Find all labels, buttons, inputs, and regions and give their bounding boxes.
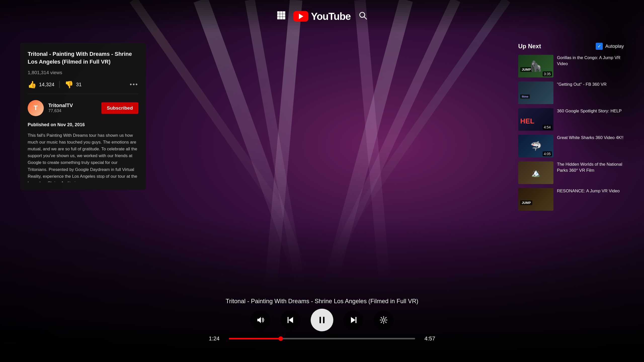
thumb-image: 🦍 bbox=[530, 60, 542, 72]
channel-row: T TritonalTV 77,634 Subscribed bbox=[28, 100, 138, 116]
thumbs-up-icon: 👍 bbox=[28, 80, 36, 89]
progress-row: 1:24 4:57 bbox=[209, 335, 435, 342]
youtube-text: YouTube bbox=[311, 11, 351, 22]
svg-marker-16 bbox=[351, 317, 355, 323]
video-item-title: Great White Sharks 360 Video 4K!! bbox=[557, 135, 624, 141]
up-next-title: Up Next bbox=[518, 43, 541, 50]
svg-rect-14 bbox=[319, 317, 321, 323]
progress-thumb bbox=[278, 336, 283, 341]
video-item-title: The Hidden Worlds of the National Parks … bbox=[557, 161, 624, 173]
svg-rect-5 bbox=[283, 14, 285, 17]
list-item[interactable]: HEL 4:54 360 Google Spotlight Story: HEL… bbox=[518, 108, 624, 131]
thumb-image: 🏔️ bbox=[531, 168, 541, 177]
subscribe-button[interactable]: Subscribed bbox=[101, 102, 138, 114]
svg-marker-12 bbox=[289, 317, 293, 323]
svg-rect-17 bbox=[355, 317, 356, 323]
video-item-title: Gorillas in the Congo: A Jump VR Video bbox=[557, 55, 624, 67]
video-thumbnail: JUMP 🦍 3:35 bbox=[518, 55, 553, 77]
video-thumbnail: fitme bbox=[518, 81, 553, 104]
video-thumbnail: 🏔️ bbox=[518, 161, 553, 184]
up-next-header: Up Next ✓ Autoplay bbox=[518, 43, 624, 50]
dislike-count: 31 bbox=[76, 82, 82, 87]
divider bbox=[59, 81, 60, 88]
video-thumbnail: JUMP bbox=[518, 188, 553, 211]
thumb-duration: 4:05 bbox=[543, 151, 552, 156]
grid-menu-icon[interactable] bbox=[277, 11, 286, 22]
svg-rect-6 bbox=[277, 17, 280, 19]
svg-rect-2 bbox=[283, 11, 285, 14]
autoplay-label: Autoplay bbox=[605, 43, 624, 49]
up-next-panel: Up Next ✓ Autoplay JUMP 🦍 3:35 Gorillas … bbox=[518, 43, 624, 215]
svg-rect-15 bbox=[323, 317, 325, 323]
youtube-icon bbox=[293, 11, 308, 22]
video-title-bottom: Tritonal - Painting With Dreams - Shrine… bbox=[226, 298, 418, 305]
thumb-image: 🦈 bbox=[530, 141, 542, 151]
thumb-duration: 4:54 bbox=[543, 125, 552, 130]
more-options-icon[interactable]: ••• bbox=[130, 81, 138, 88]
svg-rect-7 bbox=[280, 17, 283, 19]
autoplay-row: ✓ Autoplay bbox=[596, 43, 624, 50]
play-triangle bbox=[299, 14, 303, 19]
video-thumbnail: 🦈 4:05 bbox=[518, 135, 553, 157]
dislike-button[interactable]: 👎 31 bbox=[65, 80, 82, 89]
svg-rect-0 bbox=[277, 11, 280, 14]
video-item-info: 360 Google Spotlight Story: HELP bbox=[557, 108, 624, 131]
thumbs-down-icon: 👎 bbox=[65, 80, 73, 89]
video-item-info: Great White Sharks 360 Video 4K!! bbox=[557, 135, 624, 157]
svg-rect-13 bbox=[288, 317, 289, 323]
thumb-image: HEL bbox=[520, 117, 534, 125]
video-thumbnail: HEL 4:54 bbox=[518, 108, 553, 131]
prev-button[interactable] bbox=[280, 310, 301, 330]
channel-info: TritonalTV 77,634 bbox=[48, 103, 97, 113]
time-current: 1:24 bbox=[209, 335, 224, 342]
settings-button[interactable] bbox=[374, 310, 394, 330]
view-count: 1,801,314 views bbox=[28, 70, 138, 75]
video-item-title: 360 Google Spotlight Story: HELP bbox=[557, 108, 624, 114]
svg-rect-3 bbox=[277, 14, 280, 17]
svg-point-18 bbox=[382, 319, 385, 321]
video-item-info: Gorillas in the Congo: A Jump VR Video bbox=[557, 55, 624, 77]
pause-button[interactable] bbox=[311, 309, 333, 331]
next-button[interactable] bbox=[343, 310, 364, 330]
video-item-title: RESONANCE: A Jump VR Video bbox=[557, 188, 624, 194]
progress-fill bbox=[229, 338, 281, 339]
channel-subscribers: 77,634 bbox=[48, 108, 97, 113]
svg-marker-11 bbox=[257, 317, 261, 323]
like-bar: 👍 14,324 👎 31 ••• bbox=[28, 80, 138, 94]
info-panel: Tritonal - Painting With Dreams - Shrine… bbox=[20, 43, 146, 190]
controls-row bbox=[250, 309, 394, 331]
video-item-title: "Getting Out" - FB 360 VR bbox=[557, 81, 624, 87]
svg-rect-8 bbox=[283, 17, 285, 19]
video-title: Tritonal - Painting With Dreams - Shrine… bbox=[28, 50, 138, 66]
list-item[interactable]: 🦈 4:05 Great White Sharks 360 Video 4K!! bbox=[518, 135, 624, 157]
thumb-label: fitme bbox=[520, 95, 530, 99]
svg-line-10 bbox=[364, 17, 367, 19]
channel-avatar[interactable]: T bbox=[28, 100, 44, 116]
header: YouTube bbox=[0, 0, 644, 33]
progress-bar[interactable] bbox=[229, 338, 415, 339]
list-item[interactable]: 🏔️ The Hidden Worlds of the National Par… bbox=[518, 161, 624, 184]
list-item[interactable]: JUMP RESONANCE: A Jump VR Video bbox=[518, 188, 624, 211]
published-date: Published on Nov 20, 2016 bbox=[28, 122, 138, 127]
svg-rect-1 bbox=[280, 11, 283, 14]
list-item[interactable]: fitme "Getting Out" - FB 360 VR bbox=[518, 81, 624, 104]
video-item-info: "Getting Out" - FB 360 VR bbox=[557, 81, 624, 104]
like-count: 14,324 bbox=[39, 82, 54, 87]
like-button[interactable]: 👍 14,324 bbox=[28, 80, 54, 89]
autoplay-checkbox[interactable]: ✓ bbox=[596, 43, 603, 50]
video-description: This fall's Painting With Dreams tour ha… bbox=[28, 132, 138, 182]
video-item-info: RESONANCE: A Jump VR Video bbox=[557, 188, 624, 211]
search-icon[interactable] bbox=[358, 11, 367, 22]
volume-button[interactable] bbox=[250, 310, 270, 330]
checkmark-icon: ✓ bbox=[597, 43, 601, 49]
video-item-info: The Hidden Worlds of the National Parks … bbox=[557, 161, 624, 184]
svg-rect-4 bbox=[280, 14, 283, 17]
time-total: 4:57 bbox=[420, 335, 435, 342]
thumb-duration: 3:35 bbox=[543, 71, 552, 76]
video-controls: Tritonal - Painting With Dreams - Shrine… bbox=[0, 298, 644, 342]
thumb-label: JUMP bbox=[520, 200, 532, 205]
list-item[interactable]: JUMP 🦍 3:35 Gorillas in the Congo: A Jum… bbox=[518, 55, 624, 77]
channel-name[interactable]: TritonalTV bbox=[48, 103, 97, 108]
youtube-logo[interactable]: YouTube bbox=[293, 11, 351, 22]
